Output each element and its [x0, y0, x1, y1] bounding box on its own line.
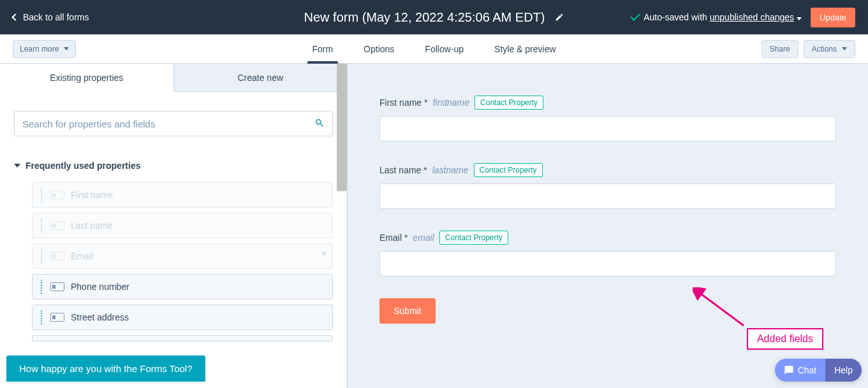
drag-handle-icon — [39, 188, 44, 202]
help-widget: Chat Help — [775, 359, 862, 382]
share-button[interactable]: Share — [761, 40, 798, 58]
help-button[interactable]: Help — [825, 359, 862, 382]
autosave-status[interactable]: Auto-saved with unpublished changes — [631, 12, 802, 22]
drag-handle-icon[interactable] — [39, 280, 44, 294]
field-internal-name: email — [413, 233, 434, 243]
tab-followup[interactable]: Follow-up — [425, 34, 464, 63]
property-item[interactable]: Street address — [32, 305, 333, 330]
learn-more-label: Learn more — [20, 45, 59, 54]
field-input[interactable] — [379, 116, 836, 141]
tab-existing-properties[interactable]: Existing properties — [0, 64, 174, 92]
field-label-row: First name *firstnameContact Property — [379, 96, 836, 110]
check-icon — [630, 11, 640, 21]
field-input[interactable] — [379, 183, 836, 209]
annotation-label: Added fields — [747, 328, 823, 350]
field-internal-name: firstname — [432, 97, 469, 108]
form-field[interactable]: Email *emailContact Property — [379, 231, 836, 277]
property-type-tag: Contact Property — [474, 163, 543, 177]
property-label: Phone number — [71, 282, 326, 292]
caret-down-icon — [14, 164, 20, 168]
second-bar: Learn more Form Options Follow-up Style … — [0, 34, 868, 64]
property-item: First name — [32, 182, 333, 208]
tab-create-new[interactable]: Create new — [174, 64, 348, 92]
drag-handle-icon[interactable] — [39, 310, 44, 324]
learn-more-button[interactable]: Learn more — [13, 40, 76, 58]
scrollbar-thumb[interactable] — [337, 64, 347, 191]
autosave-changes: unpublished changes — [710, 12, 794, 22]
property-label: Last name — [71, 220, 326, 231]
back-link[interactable]: Back to all forms — [13, 12, 89, 22]
field-input[interactable] — [379, 251, 836, 277]
topbar-right: Auto-saved with unpublished changes Upda… — [631, 8, 855, 27]
search-icon — [314, 118, 325, 130]
field-label: First name * — [379, 97, 427, 108]
property-list: First nameLast nameEmail*Phone numberStr… — [14, 182, 333, 341]
right-actions: Share Actions — [761, 40, 855, 58]
main-split: Existing properties Create new Frequentl… — [0, 64, 868, 388]
property-label: Email — [71, 251, 316, 261]
tab-form[interactable]: Form — [312, 34, 333, 63]
back-label: Back to all forms — [23, 12, 89, 22]
field-label: Email * — [379, 233, 408, 243]
edit-title-button[interactable] — [555, 10, 564, 25]
section-title: Frequently used properties — [26, 161, 140, 171]
caret-down-icon — [842, 47, 847, 50]
form-canvas: First name *firstnameContact PropertyLas… — [348, 64, 868, 388]
drag-handle-icon — [39, 219, 44, 233]
actions-button[interactable]: Actions — [804, 40, 855, 58]
left-inner: Frequently used properties First nameLas… — [0, 92, 347, 388]
property-tabs: Existing properties Create new — [0, 64, 347, 92]
caret-down-icon — [797, 17, 802, 20]
search-input[interactable] — [22, 119, 314, 129]
required-indicator: * — [322, 250, 326, 262]
section-toggle-frequent[interactable]: Frequently used properties — [14, 161, 333, 171]
page-title: New form (May 12, 2022 4:25:06 AM EDT) — [304, 10, 545, 25]
property-type-tag: Contact Property — [474, 96, 543, 110]
property-item: Email* — [32, 243, 333, 269]
form-title-group: New form (May 12, 2022 4:25:06 AM EDT) — [304, 10, 564, 25]
field-label-row: Email *emailContact Property — [379, 231, 836, 245]
left-pane: Existing properties Create new Frequentl… — [0, 64, 348, 388]
top-bar: Back to all forms New form (May 12, 2022… — [0, 0, 868, 34]
chat-button[interactable]: Chat — [775, 359, 826, 382]
editor-tabs: Form Options Follow-up Style & preview — [312, 34, 555, 63]
drag-handle-icon — [39, 249, 44, 263]
svg-line-0 — [699, 292, 744, 326]
property-item: Last name — [32, 213, 333, 238]
update-button[interactable]: Update — [811, 8, 855, 27]
field-label: Last name * — [379, 165, 427, 175]
chevron-left-icon — [11, 13, 18, 20]
property-item[interactable]: Phone number — [32, 274, 333, 299]
text-field-icon — [50, 313, 64, 322]
form-field[interactable]: Last name *lastnameContact Property — [379, 163, 836, 209]
property-label: First name — [71, 190, 326, 200]
text-field-icon — [50, 282, 64, 291]
text-field-icon — [50, 252, 64, 261]
text-field-icon — [50, 221, 64, 230]
autosave-prefix: Auto-saved with — [644, 12, 710, 22]
property-label: Street address — [71, 312, 326, 322]
caret-down-icon — [64, 47, 69, 50]
feedback-prompt[interactable]: How happy are you with the Forms Tool? — [6, 356, 205, 382]
property-type-tag: Contact Property — [439, 231, 508, 245]
property-item[interactable] — [32, 335, 333, 341]
annotation-arrow — [693, 287, 750, 332]
form-field[interactable]: First name *firstnameContact Property — [379, 96, 836, 141]
field-internal-name: lastname — [432, 165, 469, 175]
text-field-icon — [50, 190, 64, 199]
search-box[interactable] — [14, 111, 333, 136]
submit-button[interactable]: Submit — [379, 298, 436, 324]
field-label-row: Last name *lastnameContact Property — [379, 163, 836, 177]
tab-style[interactable]: Style & preview — [494, 34, 555, 63]
tab-options[interactable]: Options — [364, 34, 394, 63]
